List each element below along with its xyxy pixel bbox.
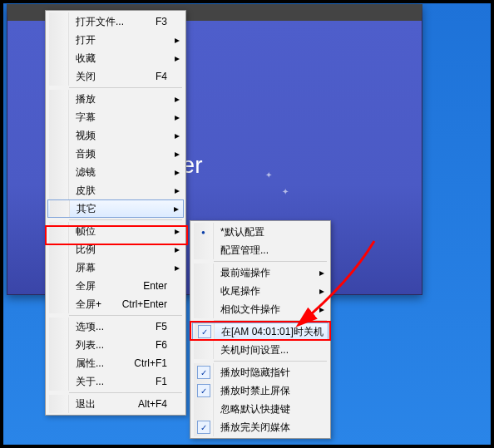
menu-label: 屏幕 xyxy=(69,261,167,275)
menu-label: 播放 xyxy=(69,92,167,106)
menu-shortcut: F5 xyxy=(156,321,172,332)
menu-item[interactable]: 皮肤▸ xyxy=(47,181,184,199)
menu-label: 打开 xyxy=(69,33,167,47)
submenu-item[interactable]: 收尾操作▸ xyxy=(192,282,329,300)
menu-icon-col xyxy=(49,318,69,336)
menu-item[interactable]: 收藏▸ xyxy=(47,49,184,67)
menu-icon-col xyxy=(49,145,69,163)
submenu-item[interactable]: ✓播放时禁止屏保 xyxy=(192,382,329,400)
submenu-icon-col: ● xyxy=(194,223,214,241)
menu-item[interactable]: 屏幕▸ xyxy=(47,258,184,277)
submenu-item[interactable]: 相似文件操作▸ xyxy=(192,300,329,318)
menu-icon-col xyxy=(49,240,69,258)
submenu-item[interactable]: ✓播放完关闭媒体 xyxy=(192,418,329,436)
menu-shortcut: Ctrl+Enter xyxy=(122,298,172,310)
submenu-item[interactable]: ●*默认配置 xyxy=(192,223,329,241)
chevron-right-icon: ▸ xyxy=(172,93,182,105)
check-icon: ✓ xyxy=(197,421,210,434)
menu-item[interactable]: 关于...F1 xyxy=(47,372,184,391)
menu-item[interactable]: 音频▸ xyxy=(47,145,184,163)
menu-label: 收藏 xyxy=(69,52,167,66)
menu-shortcut: Ctrl+F1 xyxy=(134,357,172,369)
chevron-right-icon: ▸ xyxy=(317,267,327,278)
menu-icon-col xyxy=(49,108,69,126)
submenu-label: 播放时禁止屏保 xyxy=(214,384,327,398)
menu-label: 全屏+ xyxy=(69,298,122,312)
menu-item[interactable]: 全屏Enter xyxy=(47,277,184,295)
context-menu[interactable]: 打开文件...F3打开▸收藏▸关闭F4播放▸字幕▸视频▸音频▸滤镜▸皮肤▸其它▸… xyxy=(45,10,186,416)
submenu-item[interactable]: 关机时间设置... xyxy=(192,341,329,359)
chevron-right-icon: ▸ xyxy=(171,203,181,214)
chevron-right-icon: ▸ xyxy=(172,34,182,46)
submenu-label: 忽略默认快捷键 xyxy=(214,402,327,416)
menu-icon-col xyxy=(49,67,69,86)
chevron-right-icon: ▸ xyxy=(172,52,182,64)
menu-item[interactable]: 打开▸ xyxy=(47,31,184,49)
submenu-label: 播放时隐藏指针 xyxy=(214,366,327,380)
submenu-item[interactable]: ✓播放时隐藏指针 xyxy=(192,363,329,382)
menu-label: 比例 xyxy=(69,243,167,257)
menu-label: 字幕 xyxy=(69,111,167,125)
menu-separator xyxy=(69,315,182,316)
menu-icon-col xyxy=(49,354,69,372)
menu-item[interactable]: 属性...Ctrl+F1 xyxy=(47,354,184,372)
menu-label: 帧位 xyxy=(69,224,167,239)
check-icon: ✓ xyxy=(197,384,210,397)
submenu-icon-col: ✓ xyxy=(194,382,214,400)
chevron-right-icon: ▸ xyxy=(172,148,182,160)
menu-item[interactable]: 播放▸ xyxy=(47,90,184,108)
submenu-item[interactable]: ✓在[AM 04:01:01]时关机 xyxy=(192,322,329,341)
submenu-icon-col xyxy=(194,400,214,418)
chevron-right-icon: ▸ xyxy=(172,166,182,178)
menu-icon-col xyxy=(49,372,69,391)
menu-item[interactable]: 列表...F6 xyxy=(47,336,184,354)
menu-label: 打开文件... xyxy=(69,15,156,29)
menu-label: 滤镜 xyxy=(69,165,167,180)
submenu-label: 配置管理... xyxy=(214,244,327,258)
menu-icon-col xyxy=(49,90,69,108)
menu-item[interactable]: 选项...F5 xyxy=(47,318,184,336)
menu-item[interactable]: 退出Alt+F4 xyxy=(47,395,184,413)
submenu-icon-col xyxy=(194,300,214,318)
menu-label: 全屏 xyxy=(69,279,143,293)
submenu-label: *默认配置 xyxy=(214,225,327,239)
menu-item[interactable]: 打开文件...F3 xyxy=(47,12,184,31)
menu-item[interactable]: 全屏+Ctrl+Enter xyxy=(47,295,184,313)
menu-item[interactable]: 视频▸ xyxy=(47,126,184,145)
menu-icon-col xyxy=(49,395,69,413)
chevron-right-icon: ▸ xyxy=(172,111,182,123)
menu-shortcut: F6 xyxy=(156,339,172,351)
submenu-item[interactable]: 最前端操作▸ xyxy=(192,263,329,282)
menu-icon-col xyxy=(50,200,70,217)
menu-label: 其它 xyxy=(70,202,166,216)
menu-item[interactable]: 滤镜▸ xyxy=(47,163,184,181)
chevron-right-icon: ▸ xyxy=(317,303,327,315)
menu-separator xyxy=(69,392,182,393)
menu-label: 列表... xyxy=(69,338,156,352)
menu-label: 皮肤 xyxy=(69,184,167,198)
menu-icon-col xyxy=(49,336,69,354)
menu-shortcut: F1 xyxy=(156,376,172,387)
submenu-separator xyxy=(214,361,327,362)
menu-icon-col xyxy=(49,31,69,49)
menu-item[interactable]: 比例▸ xyxy=(47,240,184,258)
menu-icon-col xyxy=(49,258,69,277)
menu-item[interactable]: 其它▸ xyxy=(47,199,184,218)
menu-item[interactable]: 字幕▸ xyxy=(47,108,184,126)
menu-label: 退出 xyxy=(69,397,138,411)
submenu-item[interactable]: 忽略默认快捷键 xyxy=(192,400,329,418)
submenu-label: 播放完关闭媒体 xyxy=(214,421,327,435)
menu-shortcut: Alt+F4 xyxy=(138,398,172,410)
menu-item[interactable]: 关闭F4 xyxy=(47,67,184,86)
submenu-icon-col xyxy=(194,282,214,300)
menu-separator xyxy=(69,219,182,220)
submenu-other[interactable]: ●*默认配置配置管理...最前端操作▸收尾操作▸相似文件操作▸✓在[AM 04:… xyxy=(190,220,331,439)
menu-label: 视频 xyxy=(69,129,167,143)
menu-icon-col xyxy=(49,295,69,313)
chevron-right-icon: ▸ xyxy=(317,285,327,297)
menu-icon-col xyxy=(49,181,69,199)
submenu-item[interactable]: 配置管理... xyxy=(192,241,329,259)
menu-separator xyxy=(69,87,182,88)
submenu-label: 收尾操作 xyxy=(214,284,317,298)
menu-item[interactable]: 帧位▸ xyxy=(47,222,184,240)
